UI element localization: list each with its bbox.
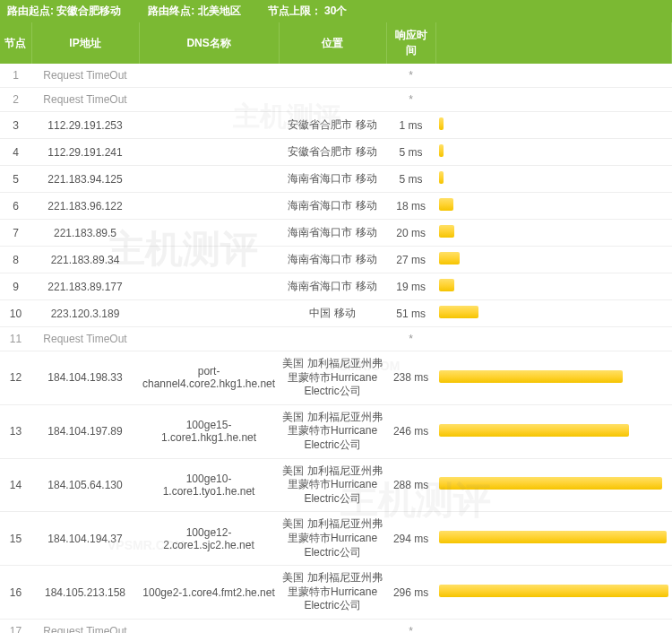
table-row: 1Request TimeOut* — [0, 64, 672, 88]
table-row: 10223.120.3.189中国 移动51 ms — [0, 300, 672, 327]
table-row: 14184.105.64.130100ge10-1.core1.tyo1.he.… — [0, 458, 672, 512]
cell-dns: 100ge2-1.core4.fmt2.he.net — [139, 566, 279, 620]
cell-location: 海南省海口市 移动 — [279, 273, 386, 300]
table-row: 12184.104.198.33port-channel4.core2.hkg1… — [0, 351, 672, 405]
cell-node: 5 — [0, 166, 31, 193]
cell-time: 1 ms — [386, 112, 435, 139]
cell-node: 17 — [0, 619, 31, 633]
cell-location — [279, 327, 386, 351]
route-start: 路由起点: 安徽合肥移动 — [7, 4, 121, 19]
cell-location: 海南省海口市 移动 — [279, 166, 386, 193]
col-node: 节点 — [0, 22, 31, 64]
table-body: 1Request TimeOut*2Request TimeOut*3112.2… — [0, 64, 672, 633]
cell-ip: 184.104.197.89 — [31, 404, 139, 458]
cell-bar — [435, 166, 671, 193]
cell-node: 9 — [0, 273, 31, 300]
cell-time: 296 ms — [386, 566, 435, 620]
cell-location: 安徽省合肥市 移动 — [279, 112, 386, 139]
cell-node: 2 — [0, 88, 31, 112]
col-bar — [435, 22, 671, 64]
cell-time: 5 ms — [386, 139, 435, 166]
cell-location — [279, 64, 386, 88]
cell-dns — [139, 112, 279, 139]
col-dns: DNS名称 — [139, 22, 279, 64]
cell-location: 海南省海口市 移动 — [279, 220, 386, 247]
latency-bar — [439, 370, 623, 383]
cell-node: 4 — [0, 139, 31, 166]
cell-dns — [139, 300, 279, 327]
cell-bar — [435, 619, 671, 633]
latency-bar — [439, 306, 478, 318]
col-time: 响应时间 — [386, 22, 435, 64]
cell-node: 14 — [0, 458, 31, 512]
cell-bar — [435, 404, 671, 458]
latency-bar — [439, 477, 661, 490]
table-row: 11Request TimeOut* — [0, 327, 672, 351]
cell-ip: Request TimeOut — [31, 619, 139, 633]
cell-location: 美国 加利福尼亚州弗里蒙特市Hurricane Electric公司 — [279, 404, 386, 458]
latency-bar — [439, 144, 444, 157]
table-row: 17Request TimeOut* — [0, 619, 672, 633]
cell-dns — [139, 139, 279, 166]
cell-location — [279, 88, 386, 112]
cell-node: 8 — [0, 247, 31, 273]
cell-node: 11 — [0, 327, 31, 351]
cell-location: 海南省海口市 移动 — [279, 193, 386, 220]
cell-bar — [435, 64, 671, 88]
latency-bar — [439, 252, 460, 264]
route-header: 路由起点: 安徽合肥移动 路由终点: 北美地区 节点上限： 30个 — [0, 0, 672, 22]
cell-ip: 184.105.213.158 — [31, 566, 139, 620]
table-row: 4112.29.191.241安徽省合肥市 移动5 ms — [0, 139, 672, 166]
cell-bar — [435, 220, 671, 247]
cell-dns — [139, 619, 279, 633]
table-row: 7221.183.89.5海南省海口市 移动20 ms — [0, 220, 672, 247]
cell-dns: 100ge15-1.core1.hkg1.he.net — [139, 404, 279, 458]
cell-location: 美国 加利福尼亚州弗里蒙特市Hurricane Electric公司 — [279, 351, 386, 405]
latency-bar — [439, 585, 668, 597]
cell-node: 3 — [0, 112, 31, 139]
cell-ip: 223.120.3.189 — [31, 300, 139, 327]
cell-bar — [435, 300, 671, 327]
cell-bar — [435, 112, 671, 139]
table-row: 13184.104.197.89100ge15-1.core1.hkg1.he.… — [0, 404, 672, 458]
cell-bar — [435, 247, 671, 273]
cell-node: 12 — [0, 351, 31, 405]
cell-time: * — [386, 88, 435, 112]
cell-bar — [435, 193, 671, 220]
cell-bar — [435, 512, 671, 566]
cell-dns — [139, 166, 279, 193]
latency-bar — [439, 225, 454, 238]
cell-time: 294 ms — [386, 512, 435, 566]
table-row: 2Request TimeOut* — [0, 88, 672, 112]
cell-time: 288 ms — [386, 458, 435, 512]
cell-dns — [139, 88, 279, 112]
cell-time: * — [386, 327, 435, 351]
cell-time: 18 ms — [386, 193, 435, 220]
cell-time: 5 ms — [386, 166, 435, 193]
cell-dns — [139, 220, 279, 247]
cell-node: 15 — [0, 512, 31, 566]
cell-time: 20 ms — [386, 220, 435, 247]
col-ip: IP地址 — [31, 22, 139, 64]
cell-dns — [139, 193, 279, 220]
table-row: 16184.105.213.158100ge2-1.core4.fmt2.he.… — [0, 566, 672, 620]
cell-node: 1 — [0, 64, 31, 88]
latency-bar — [439, 424, 629, 437]
cell-ip: 221.183.89.34 — [31, 247, 139, 273]
cell-bar — [435, 139, 671, 166]
cell-time: 238 ms — [386, 351, 435, 405]
cell-time: 246 ms — [386, 404, 435, 458]
cell-time: * — [386, 64, 435, 88]
cell-location: 美国 加利福尼亚州弗里蒙特市Hurricane Electric公司 — [279, 566, 386, 620]
cell-bar — [435, 351, 671, 405]
cell-ip: 221.183.94.125 — [31, 166, 139, 193]
cell-dns — [139, 327, 279, 351]
cell-ip: 184.104.194.37 — [31, 512, 139, 566]
cell-node: 10 — [0, 300, 31, 327]
cell-bar — [435, 566, 671, 620]
cell-node: 13 — [0, 404, 31, 458]
cell-ip: 112.29.191.241 — [31, 139, 139, 166]
latency-bar — [439, 171, 444, 184]
table-row: 8221.183.89.34海南省海口市 移动27 ms — [0, 247, 672, 273]
cell-dns — [139, 273, 279, 300]
